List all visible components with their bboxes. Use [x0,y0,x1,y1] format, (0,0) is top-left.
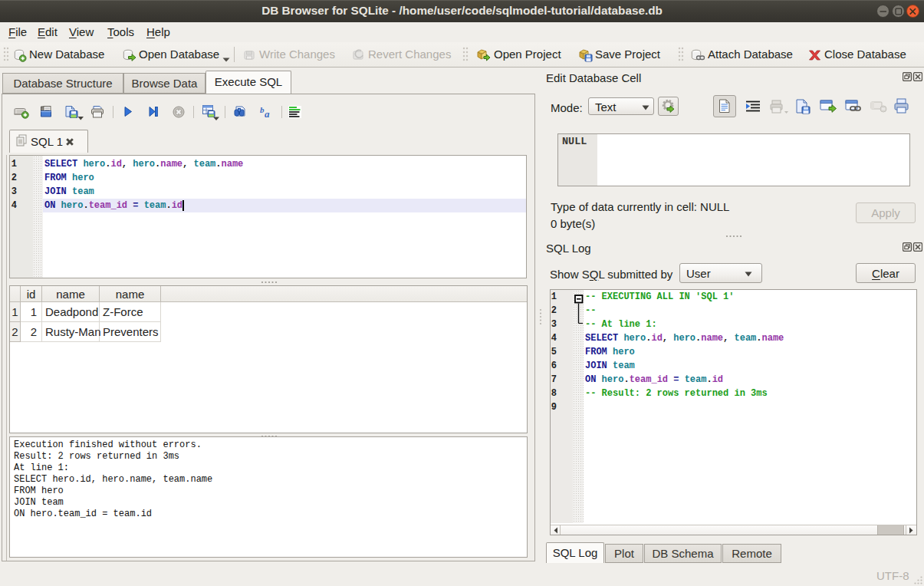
svg-text:a: a [265,108,270,119]
